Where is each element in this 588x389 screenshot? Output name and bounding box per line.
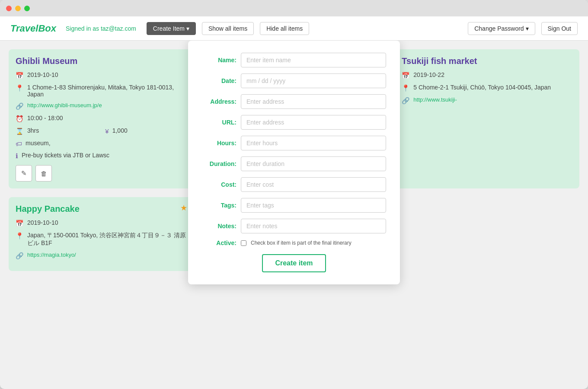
hours-input[interactable]: [241, 136, 386, 150]
card-link-tsukiji[interactable]: http://www.tsukiji-: [413, 96, 457, 103]
card-address-happy-pancake: 📍 Japan, 〒150-0001 Tokyo, 渋谷区神宮前４丁目９－３ 清…: [16, 232, 186, 247]
calendar-icon-hp: 📅: [16, 220, 24, 227]
url-input[interactable]: [241, 115, 386, 130]
card-date-happy-pancake: 📅 2019-10-10: [16, 219, 186, 227]
card-title-happy-pancake: Happy Pancake: [16, 204, 186, 214]
submit-create-item-button[interactable]: Create item: [262, 254, 326, 272]
active-checkbox-text: Check box if item is part of the final i…: [251, 240, 352, 246]
date-label: Date:: [202, 77, 236, 84]
form-row-name: Name:: [202, 53, 386, 67]
form-row-duration: Duration:: [202, 156, 386, 171]
navbar: TravelBox Signed in as taz@taz.com Creat…: [0, 16, 588, 41]
date-input[interactable]: [241, 73, 386, 88]
address-label: Address:: [202, 98, 236, 105]
create-item-modal: Name: Date: Address: URL:: [188, 41, 400, 284]
close-dot[interactable]: [6, 6, 12, 11]
main-content: Ghibli Museum 📅 2019-10-10 📍 1 Chome-1-8…: [0, 41, 588, 389]
card-link-ghibli[interactable]: http://www.ghibli-museum.jp/e: [27, 102, 102, 108]
card-title-tsukiji: Tsukiji fish market: [402, 56, 572, 66]
title-bar: [0, 0, 588, 16]
minimize-dot[interactable]: [15, 6, 21, 11]
window: TravelBox Signed in as taz@taz.com Creat…: [0, 0, 588, 389]
sign-out-button[interactable]: Sign Out: [541, 22, 578, 35]
name-label: Name:: [202, 57, 236, 64]
hide-all-items-button[interactable]: Hide all items: [260, 22, 309, 35]
delete-button-ghibli[interactable]: 🗑: [35, 165, 52, 182]
yen-icon: ¥: [105, 128, 109, 135]
card-hours-ghibli: ⏰ 10:00 - 18:00: [16, 115, 186, 123]
card-dur-cost-ghibli: ⌛ 3hrs ¥ 1,000: [16, 127, 186, 140]
card-tags-ghibli: 🏷 museum,: [16, 140, 186, 147]
signed-in-text: Signed in as taz@taz.com: [66, 25, 136, 32]
card-link-hp[interactable]: https://magia.tokyo/: [27, 252, 76, 258]
card-date-tsukiji: 📅 2019-10-22: [402, 71, 572, 80]
tags-input[interactable]: [241, 198, 386, 213]
card-happy-pancake: ★ Happy Pancake 📅 2019-10-10 📍 Japan, 〒1…: [9, 197, 193, 271]
notes-input[interactable]: [241, 219, 386, 233]
card-url-happy-pancake: 🔗 https://magia.tokyo/: [16, 252, 186, 260]
cost-input[interactable]: [241, 177, 386, 192]
calendar-icon-tsukiji: 📅: [402, 72, 410, 80]
hourglass-icon: ⌛: [16, 128, 24, 135]
tags-label: Tags:: [202, 202, 236, 209]
card-url-tsukiji: 🔗 http://www.tsukiji-: [402, 96, 572, 105]
duration-input[interactable]: [241, 156, 386, 171]
location-icon: 📍: [16, 84, 24, 92]
form-row-tags: Tags:: [202, 198, 386, 213]
card-address-tsukiji: 📍 5 Chome-2-1 Tsukiji, Chūō, Tokyo 104-0…: [402, 84, 572, 92]
card-tsukiji: Tsukiji fish market 📅 2019-10-22 📍 5 Cho…: [395, 49, 579, 188]
link-icon-hp: 🔗: [16, 252, 24, 260]
link-icon-tsukiji: 🔗: [402, 97, 410, 105]
location-icon-tsukiji: 📍: [402, 84, 410, 92]
create-item-button[interactable]: Create Item ▾: [147, 22, 196, 35]
brand-logo: TravelBox: [10, 23, 56, 34]
info-icon: ℹ: [16, 152, 18, 160]
card-actions-ghibli: ✎ 🗑: [16, 165, 186, 182]
form-row-active: Active: Check box if item is part of the…: [202, 239, 386, 246]
card-url-ghibli: 🔗 http://www.ghibli-museum.jp/e: [16, 102, 186, 110]
notes-label: Notes:: [202, 223, 236, 230]
star-badge-happy-pancake: ★: [180, 203, 187, 213]
form-row-date: Date:: [202, 73, 386, 88]
address-input[interactable]: [241, 94, 386, 109]
form-row-hours: Hours:: [202, 136, 386, 150]
card-ghibli: Ghibli Museum 📅 2019-10-10 📍 1 Chome-1-8…: [9, 49, 193, 188]
card-title-ghibli: Ghibli Museum: [16, 56, 186, 66]
form-row-url: URL:: [202, 115, 386, 130]
edit-button-ghibli[interactable]: ✎: [16, 165, 32, 182]
active-checkbox[interactable]: [241, 240, 246, 246]
location-icon-hp: 📍: [16, 232, 24, 240]
link-icon: 🔗: [16, 102, 24, 110]
tag-icon: 🏷: [16, 140, 22, 147]
form-row-cost: Cost:: [202, 177, 386, 192]
cost-label: Cost:: [202, 181, 236, 188]
active-label: Active:: [202, 239, 236, 246]
show-all-items-button[interactable]: Show all items: [202, 22, 254, 35]
duration-label: Duration:: [202, 160, 236, 167]
form-row-address: Address:: [202, 94, 386, 109]
card-address-ghibli: 📍 1 Chome-1-83 Shimorenjaku, Mitaka, Tok…: [16, 84, 186, 98]
change-password-button[interactable]: Change Password ▾: [468, 22, 535, 35]
hours-label: Hours:: [202, 140, 236, 147]
maximize-dot[interactable]: [24, 6, 30, 11]
calendar-icon: 📅: [16, 72, 24, 80]
clock-icon: ⏰: [16, 115, 24, 123]
url-label: URL:: [202, 119, 236, 126]
card-date-ghibli: 📅 2019-10-10: [16, 71, 186, 80]
name-input[interactable]: [241, 53, 386, 67]
form-row-notes: Notes:: [202, 219, 386, 233]
card-notes-ghibli: ℹ Pre-buy tickets via JTB or Lawsc: [16, 152, 186, 160]
